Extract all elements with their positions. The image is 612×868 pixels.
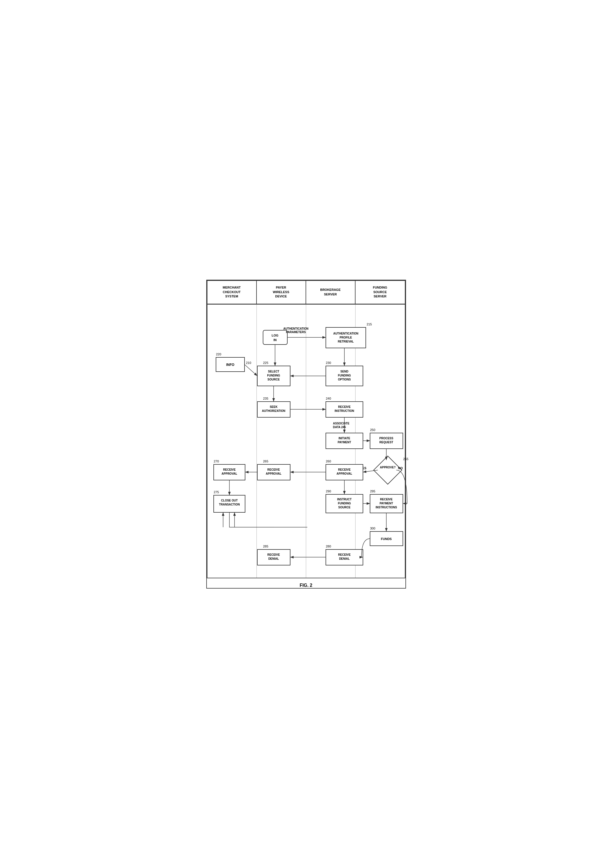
auth-profile-label-1: AUTHENTICATION	[333, 332, 358, 335]
ref-255: 255	[403, 457, 408, 461]
recv-denial-brokerage-label-1: RECEIVE	[338, 553, 351, 556]
auth-params-label-1: AUTHENTICATION	[283, 327, 308, 330]
recv-approval-brokerage-label-1: RECEIVE	[338, 468, 351, 471]
ref-290: 290	[326, 490, 331, 493]
send-funding-label-3: OPTIONS	[338, 378, 351, 381]
recv-denial-payer-label-1: RECEIVE	[267, 553, 280, 556]
select-funding-label-1: SELECT	[268, 370, 279, 373]
arrow-info-select	[244, 364, 257, 376]
ref-230: 230	[326, 361, 331, 364]
recv-approval-brokerage-label-2: APPROVAL	[336, 472, 352, 475]
initiate-payment-label-2: PAYMENT	[337, 441, 351, 444]
select-funding-label-3: SOURCE	[267, 378, 280, 381]
login-box	[263, 330, 287, 344]
recv-approval-merchant-label-1: RECEIVE	[223, 468, 236, 471]
recv-denial-payer-label-2: DENIAL	[268, 557, 279, 560]
send-funding-label-1: SEND	[340, 370, 348, 373]
recv-payment-inst-label-3: INSTRUCTIONS	[376, 506, 397, 509]
ref-295: 295	[370, 490, 375, 493]
seek-auth-label-1: SEEK	[270, 405, 278, 408]
ref-260: 260	[326, 460, 331, 463]
col-header-brokerage: BROKERAGESERVER	[306, 281, 355, 304]
approve-label-1: APPROVE?	[380, 466, 396, 469]
ref-220: 220	[216, 352, 221, 356]
funds-label: FUNDS	[381, 537, 392, 541]
recv-payment-inst-label-1: RECEIVE	[380, 498, 393, 501]
ref-215: 215	[366, 322, 372, 326]
ref-275: 275	[214, 490, 219, 494]
recv-denial-brokerage-label-2: DENIAL	[339, 557, 349, 560]
ref-225: 225	[263, 361, 268, 364]
process-request-label-1: PROCESS	[379, 437, 393, 440]
ref-250: 250	[370, 428, 375, 432]
ref-265: 265	[263, 460, 268, 463]
select-funding-label-2: FUNDING	[267, 374, 280, 377]
ref-235: 235	[263, 397, 268, 400]
login-label-1: LOG	[272, 334, 278, 337]
recv-instruction-label-1: RECEIVE	[338, 405, 351, 408]
diagram-svg: INFO 220 LOG IN AUTHENTICATION PARAMETER…	[207, 305, 405, 578]
info-label: INFO	[226, 363, 234, 367]
close-out-label-1: CLOSE OUT	[221, 499, 237, 502]
no-label: NO	[398, 467, 403, 470]
arrow-closeout-bottom-1	[229, 512, 274, 527]
ref-285: 285	[263, 545, 268, 548]
send-funding-label-2: FUNDING	[338, 374, 351, 377]
ref-240: 240	[326, 397, 331, 400]
seek-auth-label-2: AUTHORIZATION	[262, 409, 285, 412]
instruct-funding-label-2: FUNDING	[338, 502, 351, 505]
login-label-2: IN	[274, 338, 277, 342]
ref-300: 300	[370, 527, 375, 530]
col-header-funding: FUNDINGSOURCESERVER	[355, 281, 405, 304]
recv-payment-inst-label-2: PAYMENT	[379, 502, 393, 505]
recv-approval-payer-label-2: APPROVAL	[266, 472, 281, 475]
recv-approval-payer-label-1: RECEIVE	[267, 468, 280, 471]
recv-instruction-label-2: INSTRUCTION	[334, 409, 354, 412]
initiate-payment-label-1: INITIATE	[338, 437, 350, 440]
col-header-payer: PAYERWIRELESSDEVICE	[257, 281, 306, 304]
fig-label: FIG. 2	[207, 583, 405, 588]
ref-270: 270	[214, 460, 219, 463]
ref-210: 210	[246, 361, 251, 364]
ref-280: 280	[326, 545, 331, 548]
auth-profile-label-3: RETRIEVAL	[338, 340, 354, 343]
auth-params-label-2: PARAMETERS	[286, 330, 306, 334]
associate-data-label-2: DATA 245	[333, 426, 346, 429]
process-request-label-2: REQUEST	[379, 441, 393, 444]
close-out-label-2: TRANSACTION	[219, 503, 240, 506]
auth-profile-label-2: PROFILE	[340, 336, 352, 339]
column-headers: MERCHANTCHECKOUTSYSTEM PAYERWIRELESSDEVI…	[207, 280, 405, 304]
col-header-merchant: MERCHANTCHECKOUTSYSTEM	[207, 281, 257, 304]
instruct-funding-label-3: SOURCE	[338, 506, 350, 509]
diagram-body: INFO 220 LOG IN AUTHENTICATION PARAMETER…	[207, 304, 405, 578]
associate-data-label-1: ASSOCIATE	[333, 422, 349, 425]
recv-approval-merchant-label-2: APPROVAL	[221, 472, 237, 475]
instruct-funding-label-1: INSTRUCT	[337, 498, 351, 501]
